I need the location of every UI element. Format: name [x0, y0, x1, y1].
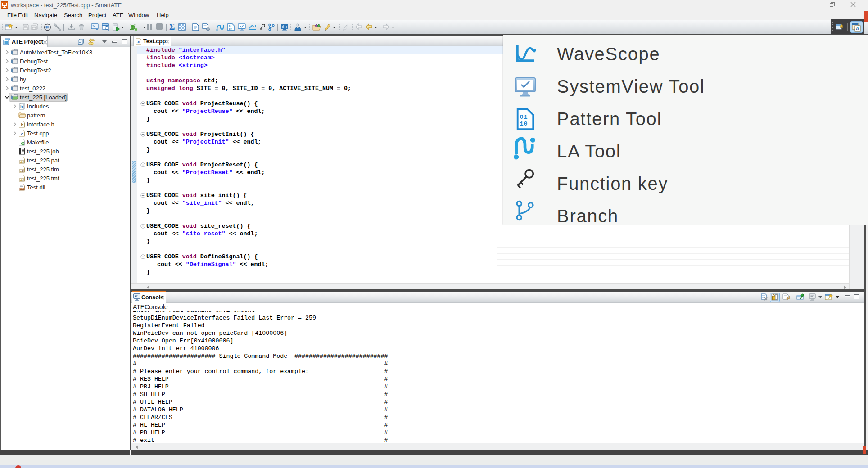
svg-text:01: 01	[520, 114, 528, 121]
svg-text:h: h	[20, 104, 23, 109]
svg-text:010: 010	[20, 187, 24, 190]
svg-text:.P: .P	[20, 160, 23, 163]
svg-text:A: A	[856, 26, 859, 31]
svg-text:.c: .c	[20, 132, 23, 136]
svg-text:10: 10	[229, 27, 232, 31]
svg-text:10: 10	[520, 121, 528, 127]
svg-text:.c: .c	[137, 40, 140, 44]
svg-text:.F: .F	[20, 178, 23, 181]
svg-text:.T: .T	[20, 169, 23, 172]
svg-text:.h: .h	[20, 123, 23, 127]
